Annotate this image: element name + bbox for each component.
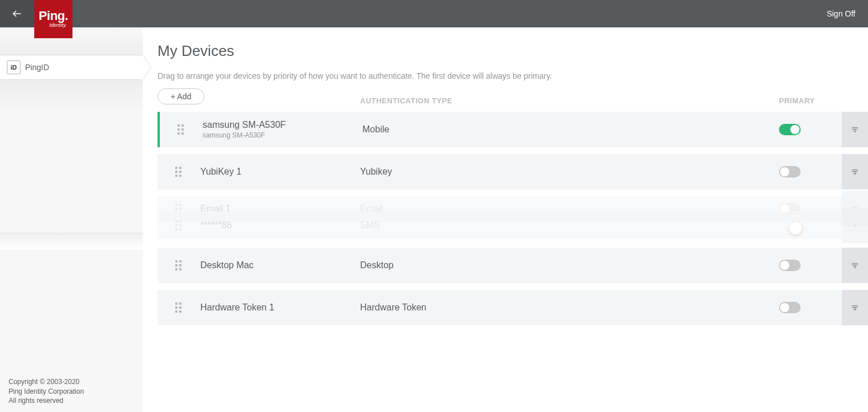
device-type: Desktop (360, 260, 779, 270)
expand-button[interactable] (842, 112, 868, 147)
back-button[interactable] (0, 0, 34, 27)
dragging-rows[interactable]: Email 1 Email ******86 SMS (158, 196, 868, 241)
dragging-toggle-knob (789, 222, 802, 235)
sign-off-link[interactable]: Sign Off (827, 9, 855, 18)
ping-logo: Ping. Identity. (34, 0, 72, 38)
top-bar: Sign Off (0, 0, 868, 27)
device-name: Desktop Mac (200, 260, 360, 270)
primary-toggle[interactable] (779, 260, 801, 271)
device-name: samsung SM-A530F (203, 120, 362, 130)
primary-toggle[interactable] (779, 302, 801, 313)
footer-line: All rights reserved (9, 396, 84, 405)
page-title: My Devices (158, 42, 868, 60)
drag-handle-icon[interactable] (175, 220, 183, 231)
expand-button[interactable] (842, 208, 868, 243)
expand-button[interactable] (842, 154, 868, 189)
expand-icon (850, 261, 859, 270)
drag-handle-icon[interactable] (175, 260, 183, 270)
table-header: AUTHENTICATION TYPE PRIMARY (158, 96, 868, 112)
column-header-primary: PRIMARY (779, 96, 842, 105)
main-content: My Devices Drag to arrange your devices … (143, 27, 868, 412)
sidebar-divider (0, 233, 143, 250)
page-subtitle: Drag to arrange your devices by priority… (158, 71, 868, 80)
primary-toggle[interactable] (779, 124, 801, 135)
device-row-dragging[interactable]: ******86 SMS (158, 211, 868, 239)
expand-icon (850, 221, 859, 230)
footer-copyright: Copyright © 2003-2020 Ping Identity Corp… (9, 377, 84, 405)
expand-icon (850, 303, 859, 312)
device-name: Hardware Token 1 (200, 302, 360, 313)
arrow-left-icon (11, 8, 23, 19)
id-badge-icon: iD (7, 60, 21, 74)
device-type: Yubikey (360, 167, 779, 177)
device-type: Hardware Token (360, 302, 779, 313)
sidebar-item-label: PingID (25, 63, 49, 72)
expand-icon (850, 125, 859, 134)
device-row[interactable]: YubiKey 1 Yubikey (158, 154, 868, 189)
device-type: SMS (360, 220, 779, 231)
device-row[interactable]: Desktop Mac Desktop (158, 248, 868, 283)
expand-icon (850, 167, 859, 176)
device-name: ******86 (200, 220, 360, 231)
device-type: Mobile (362, 124, 779, 135)
device-subtitle: samsung SM-A530F (203, 131, 362, 139)
expand-button[interactable] (842, 290, 868, 325)
drag-handle-icon[interactable] (175, 167, 183, 177)
logo-text-main: Ping (39, 9, 65, 23)
column-header-type: AUTHENTICATION TYPE (360, 96, 779, 105)
drag-handle-icon[interactable] (175, 302, 183, 313)
device-row[interactable]: Hardware Token 1 Hardware Token (158, 290, 868, 325)
footer-line: Ping Identity Corporation (9, 387, 84, 396)
expand-button[interactable] (842, 248, 868, 283)
device-name: YubiKey 1 (200, 167, 360, 177)
primary-toggle[interactable] (779, 166, 801, 177)
drag-handle-icon[interactable] (177, 124, 185, 135)
logo-text-sub: Identity. (49, 22, 67, 28)
sidebar: iD PingID Copyright © 2003-2020 Ping Ide… (0, 27, 143, 412)
devices-table: AUTHENTICATION TYPE PRIMARY samsung SM-A… (158, 96, 868, 325)
device-row[interactable]: samsung SM-A530F samsung SM-A530F Mobile (158, 112, 868, 147)
footer-line: Copyright © 2003-2020 (9, 377, 84, 386)
sidebar-item-pingid[interactable]: iD PingID (0, 55, 143, 79)
